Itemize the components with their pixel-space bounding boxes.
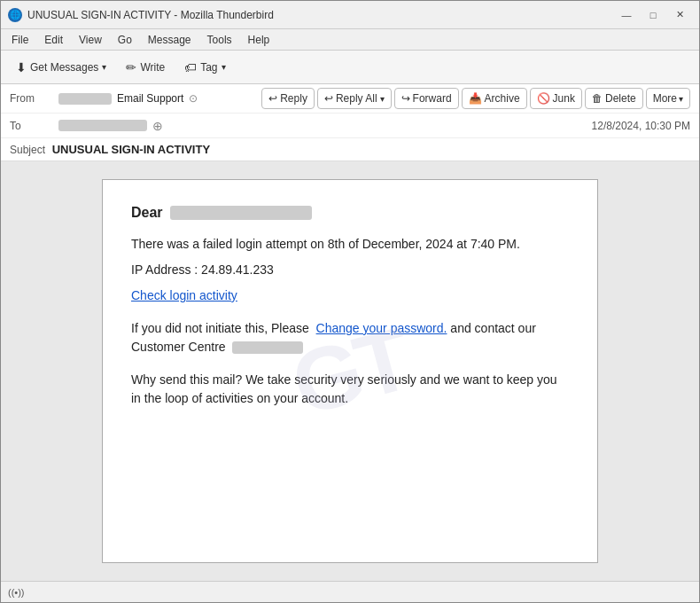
menu-bar: File Edit View Go Message Tools Help — [1, 29, 699, 51]
menu-edit[interactable]: Edit — [37, 32, 70, 48]
title-bar: 🌐 UNUSUAL SIGN-IN ACTIVITY - Mozilla Thu… — [1, 1, 699, 29]
get-messages-button[interactable]: ⬇ Get Messages ▾ — [8, 55, 114, 80]
from-value: Email Support ⊙ — [58, 92, 261, 105]
tag-label: Tag — [200, 61, 217, 74]
close-button[interactable]: ✕ — [667, 6, 692, 24]
archive-button[interactable]: 📥 Archive — [462, 88, 527, 109]
reply-all-dropdown-icon[interactable]: ▾ — [380, 94, 385, 104]
from-address-icon: ⊙ — [189, 92, 198, 105]
delete-label: Delete — [605, 92, 636, 105]
window-controls: — □ ✕ — [614, 6, 692, 24]
recipient-name-blurred — [170, 206, 312, 220]
application-window: 🌐 UNUSUAL SIGN-IN ACTIVITY - Mozilla Thu… — [0, 0, 700, 603]
to-contact-icon: ⊕ — [152, 119, 163, 133]
get-messages-dropdown-icon[interactable]: ▾ — [102, 62, 106, 72]
junk-icon: 🚫 — [537, 92, 550, 105]
menu-go[interactable]: Go — [111, 32, 139, 48]
to-label: To — [10, 120, 58, 132]
junk-label: Junk — [553, 92, 575, 105]
subject-row: Subject UNUSUAL SIGN-IN ACTIVITY — [1, 138, 699, 161]
window-title: UNUSUAL SIGN-IN ACTIVITY - Mozilla Thund… — [27, 9, 614, 21]
subject-value: UNUSUAL SIGN-IN ACTIVITY — [52, 143, 210, 156]
menu-file[interactable]: File — [4, 32, 35, 48]
to-value: ⊕ — [58, 119, 592, 133]
paragraph2-before: If you did not initiate this, Please — [131, 321, 309, 335]
menu-message[interactable]: Message — [141, 32, 198, 48]
login-attempt-paragraph: There was a failed login attempt on 8th … — [131, 235, 569, 254]
more-button[interactable]: More ▾ — [646, 88, 690, 109]
reply-all-label: Reply All — [336, 92, 377, 105]
tag-button[interactable]: 🏷 Tag ▾ — [176, 55, 233, 80]
get-messages-icon: ⬇ — [16, 60, 27, 74]
reply-button[interactable]: ↩ Reply — [261, 88, 315, 109]
check-login-paragraph: Check login activity — [131, 286, 569, 305]
status-bar: ((•)) — [1, 581, 699, 602]
write-label: Write — [140, 61, 165, 74]
app-icon: 🌐 — [8, 8, 22, 22]
greeting-text: Dear — [131, 205, 163, 221]
connection-icon: ((•)) — [8, 587, 25, 598]
to-blurred — [58, 120, 147, 131]
from-row: From Email Support ⊙ ↩ Reply ↩ Reply All… — [1, 84, 699, 114]
email-body: GT Dear There was a failed login attempt… — [102, 179, 598, 563]
delete-icon: 🗑 — [592, 92, 603, 105]
reply-label: Reply — [280, 92, 307, 105]
change-password-paragraph: If you did not initiate this, Please Cha… — [131, 319, 569, 356]
ip-address: IP Address : 24.89.41.233 — [131, 261, 569, 279]
reply-all-icon: ↩ — [324, 92, 333, 105]
to-row: To ⊕ 12/8/2024, 10:30 PM — [1, 114, 699, 138]
email-content-area: GT Dear There was a failed login attempt… — [1, 161, 699, 581]
maximize-button[interactable]: □ — [641, 6, 665, 24]
more-dropdown-icon: ▾ — [679, 94, 683, 104]
subject-label: Subject — [10, 144, 45, 156]
why-send-paragraph: Why send this mail? We take security ver… — [131, 371, 569, 408]
from-blurred — [58, 93, 112, 105]
write-button[interactable]: ✏ Write — [118, 55, 173, 80]
archive-label: Archive — [485, 92, 520, 105]
tag-dropdown-icon[interactable]: ▾ — [222, 62, 226, 72]
change-password-link[interactable]: Change your password. — [316, 321, 447, 335]
forward-button[interactable]: ↪ Forward — [394, 88, 459, 109]
from-name: Email Support — [117, 92, 183, 105]
forward-icon: ↪ — [401, 92, 410, 105]
menu-view[interactable]: View — [72, 32, 109, 48]
email-datetime: 12/8/2024, 10:30 PM — [592, 120, 690, 132]
customer-centre-blurred — [232, 341, 303, 354]
delete-button[interactable]: 🗑 Delete — [585, 88, 643, 109]
menu-tools[interactable]: Tools — [200, 32, 239, 48]
junk-button[interactable]: 🚫 Junk — [530, 88, 582, 109]
write-icon: ✏ — [126, 60, 136, 74]
tag-icon: 🏷 — [184, 60, 197, 74]
header-actions: ↩ Reply ↩ Reply All ▾ ↪ Forward 📥 Archiv… — [261, 88, 690, 109]
from-label: From — [10, 92, 58, 105]
email-greeting: Dear — [131, 205, 569, 221]
get-messages-label: Get Messages — [30, 61, 98, 74]
minimize-button[interactable]: — — [614, 6, 639, 24]
reply-all-button[interactable]: ↩ Reply All ▾ — [317, 88, 392, 109]
check-login-activity-link[interactable]: Check login activity — [131, 288, 237, 302]
menu-help[interactable]: Help — [241, 32, 277, 48]
more-label: More — [653, 92, 677, 105]
main-toolbar: ⬇ Get Messages ▾ ✏ Write 🏷 Tag ▾ — [1, 51, 699, 84]
archive-icon: 📥 — [469, 92, 482, 105]
forward-label: Forward — [413, 92, 452, 105]
email-header-area: From Email Support ⊙ ↩ Reply ↩ Reply All… — [1, 84, 699, 161]
reply-icon: ↩ — [268, 92, 277, 105]
